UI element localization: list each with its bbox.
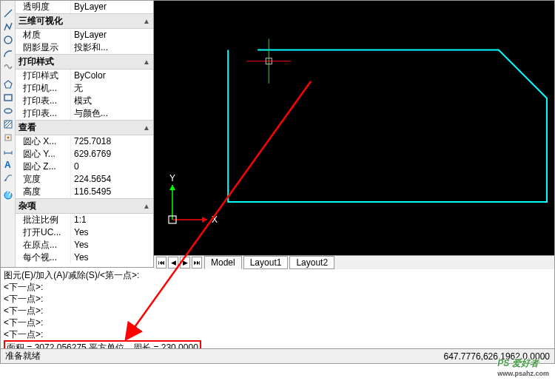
tool-polygon-icon[interactable] [2, 78, 14, 90]
svg-text:?: ? [7, 190, 12, 200]
cmd-line: 图元(E)/加入(A)/减除(S)/<第一点>: [4, 269, 551, 281]
svg-text:Y: Y [169, 174, 175, 183]
collapse-icon: ▲ [143, 58, 150, 66]
prop-row[interactable]: 高度116.5495 [16, 186, 153, 198]
tab-nav-first-icon[interactable]: ⏮ [156, 257, 166, 268]
tab-layout2[interactable]: Layout2 [289, 256, 334, 269]
svg-marker-25 [169, 185, 175, 190]
svg-line-0 [4, 10, 12, 17]
svg-point-1 [4, 36, 12, 44]
prop-row[interactable]: 阴影显示投影和... [16, 41, 153, 54]
cmd-result-highlight: 面积 = 3072.056275 平方单位，周长 = 230.0000 [4, 340, 201, 349]
svg-line-8 [6, 122, 12, 128]
tool-line-icon[interactable] [2, 7, 14, 19]
tool-circle-icon[interactable] [2, 34, 14, 46]
tab-nav-next-icon[interactable]: ▶ [180, 257, 190, 268]
collapse-icon: ▲ [143, 124, 150, 132]
prop-row[interactable]: 打印机...无 [16, 82, 153, 95]
prop-row[interactable]: 在原点...Yes [16, 239, 153, 251]
prop-row[interactable]: 批注比例1:1 [16, 214, 153, 226]
tool-dim-icon[interactable] [2, 145, 14, 157]
collapse-icon: ▲ [143, 17, 150, 25]
svg-point-4 [4, 109, 12, 113]
svg-marker-22 [202, 217, 207, 223]
prop-value: ByLayer [71, 1, 153, 13]
svg-rect-5 [4, 121, 12, 128]
tool-ellipse-icon[interactable] [2, 105, 14, 117]
prop-row[interactable]: 圆心 Y...629.6769 [16, 148, 153, 160]
cmd-line: <下一点>: [4, 293, 551, 305]
tool-text-icon[interactable]: A [2, 158, 14, 170]
tab-nav-prev-icon[interactable]: ◀ [168, 257, 178, 268]
tool-pline-icon[interactable] [2, 21, 14, 33]
tab-layout1[interactable]: Layout1 [243, 256, 289, 269]
ucs-icon: X Y [161, 174, 221, 233]
left-toolbar: A ? [1, 1, 16, 267]
prop-row[interactable]: 宽度224.5654 [16, 173, 153, 186]
cmd-line: <下一点>: [4, 328, 551, 340]
tool-arc-icon[interactable] [2, 47, 14, 59]
drawing-viewport[interactable]: X Y [154, 1, 554, 255]
watermark: PS 爱好者 www.psahz.com [497, 354, 549, 377]
tool-hatch-icon[interactable] [2, 118, 14, 130]
svg-rect-3 [4, 95, 12, 101]
svg-point-10 [7, 137, 9, 139]
tool-help-icon[interactable]: ? [2, 189, 14, 201]
prop-label: 透明度 [16, 1, 71, 13]
status-left: 准备就绪 [5, 350, 41, 362]
svg-text:X: X [212, 214, 218, 225]
prop-row[interactable]: 每个视...Yes [16, 251, 153, 264]
tool-leader-icon[interactable] [2, 172, 14, 183]
status-bar: 准备就绪 647.7776,626.1962,0.0000 [0, 349, 555, 364]
cmd-line: <下一点>: [4, 317, 551, 328]
tool-rect-icon[interactable] [2, 92, 14, 104]
prop-row[interactable]: 打印样式ByColor [16, 70, 153, 82]
svg-text:A: A [4, 160, 11, 169]
prop-row[interactable]: 圆心 X...725.7018 [16, 135, 153, 148]
command-area[interactable]: 图元(E)/加入(A)/减除(S)/<第一点>: <下一点>: <下一点>: <… [0, 268, 555, 349]
properties-panel: 透明度 ByLayer 三维可视化▲ 材质ByLayer 阴影显示投影和... … [16, 1, 154, 267]
prop-group-header-misc[interactable]: 杂项▲ [16, 198, 153, 214]
tab-model[interactable]: Model [204, 256, 242, 269]
svg-marker-2 [4, 81, 12, 88]
cmd-line: <下一点>: [4, 305, 551, 317]
prop-group-header-view[interactable]: 查看▲ [16, 120, 153, 135]
prop-row[interactable]: 材质ByLayer [16, 29, 153, 41]
tool-spline-icon[interactable] [2, 61, 14, 72]
prop-row[interactable]: 打开UC...Yes [16, 226, 153, 239]
tab-nav-last-icon[interactable]: ⏭ [192, 257, 202, 268]
tool-insert-icon[interactable] [2, 132, 14, 143]
prop-row[interactable]: 圆心 Z...0 [16, 160, 153, 173]
svg-line-6 [4, 121, 7, 124]
prop-row[interactable]: 打印表...与颜色... [16, 107, 153, 120]
prop-row[interactable]: 透明度 ByLayer [16, 1, 153, 13]
prop-row[interactable]: 打印表...模式 [16, 95, 153, 107]
model-tabs-bar: ⏮ ◀ ▶ ⏭ Model Layout1 Layout2 [154, 255, 554, 269]
prop-group-header-plot[interactable]: 打印样式▲ [16, 54, 153, 70]
collapse-icon: ▲ [143, 202, 150, 210]
cmd-line: <下一点>: [4, 281, 551, 293]
prop-group-header-3d[interactable]: 三维可视化▲ [16, 13, 153, 29]
svg-line-7 [4, 121, 10, 126]
prop-group-0: 透明度 ByLayer [16, 1, 153, 13]
